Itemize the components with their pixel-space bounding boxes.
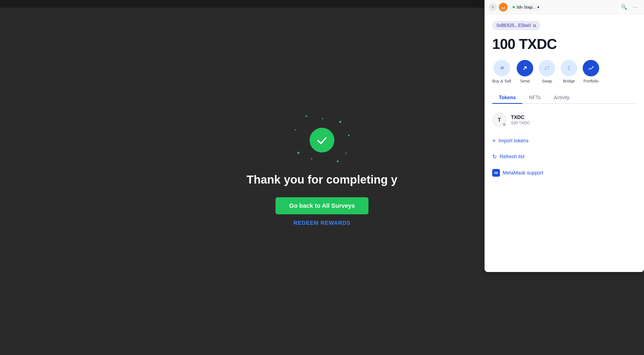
sparkle-9 [345,152,347,154]
popup-header-right: 🔍 ⋯ [620,3,640,12]
sparkle-container [289,113,355,168]
popup-header-left: × 3dv Stagi... ▾ [489,3,542,12]
sparkle-3 [339,121,341,123]
import-tokens-label: Import tokens [499,138,529,144]
thank-you-text: Thank you for completing y [247,173,397,186]
more-icon: ⋯ [633,4,638,10]
refresh-list-label: Refresh list [500,154,524,160]
sparkle-5 [348,135,349,136]
sparkle-7 [311,158,312,159]
metamask-support-link[interactable]: MetaMask support [492,164,636,181]
support-label: MetaMask support [503,170,543,176]
wallet-balance: 100 TXDC [492,36,636,52]
buy-sell-label: Buy & Sell [492,79,511,83]
tab-nfts[interactable]: NFTs [522,92,547,103]
swap-button[interactable]: Swap [539,60,555,83]
support-icon [492,169,500,177]
svg-point-5 [593,66,594,67]
portfolio-label: Portfolio [584,79,599,83]
popup-body: 0xBE625...E5be0 ⧉ 100 TXDC Buy & Sell [485,14,644,272]
refresh-icon: ↻ [492,153,497,160]
search-icon: 🔍 [621,4,627,10]
buy-sell-icon-circle [494,60,510,76]
token-name-txdc: TXDC [511,115,636,120]
metamask-popup: × 3dv Stagi... ▾ 🔍 ⋯ [485,0,644,272]
tab-tokens[interactable]: Tokens [492,92,522,103]
token-icon-txdc: T ✕ [492,113,507,127]
sparkle-4 [295,129,296,131]
copy-icon: ⧉ [533,23,536,28]
token-row-txdc[interactable]: T ✕ TXDC 100 TXDC [492,109,636,130]
network-name: 3dv Stagi... [516,5,536,9]
swap-label: Swap [542,79,552,83]
token-badge-x: ✕ [501,122,507,127]
redeem-rewards-link[interactable]: REDEEM REWARDS [293,220,350,226]
send-label: Send [520,79,530,83]
bridge-label: Bridge [563,79,575,83]
success-area: Thank you for completing y Go back to Al… [247,113,397,226]
portfolio-icon-circle [583,60,599,76]
close-button[interactable]: × [489,3,497,11]
sparkle-1 [306,115,307,117]
tab-activity[interactable]: Activity [547,92,576,103]
refresh-list-link[interactable]: ↻ Refresh list [492,149,636,164]
bridge-icon-circle [561,60,577,76]
token-info-txdc: TXDC 100 TXDC [511,115,636,125]
portfolio-button[interactable]: Portfolio [583,60,599,83]
wallet-address-badge[interactable]: 0xBE625...E5be0 ⧉ [492,21,540,30]
tabs-row: Tokens NFTs Activity [492,92,636,104]
success-checkmark [310,128,334,152]
send-button[interactable]: Send [517,60,533,83]
sparkle-8 [337,160,338,162]
go-back-button[interactable]: Go back to All Surveys [276,197,369,214]
metamask-fox-logo [499,3,508,12]
send-icon-circle [517,60,533,76]
network-status-dot [513,6,515,8]
sparkle-2 [322,118,323,119]
network-selector[interactable]: 3dv Stagi... ▾ [510,4,542,10]
token-badge-icon: ✕ [503,123,505,126]
bridge-button[interactable]: Bridge [561,60,577,83]
popup-header: × 3dv Stagi... ▾ 🔍 ⋯ [485,0,644,14]
swap-icon-circle [539,60,555,76]
wallet-address-text: 0xBE625...E5be0 [497,23,531,28]
token-amount-txdc: 100 TXDC [511,120,636,125]
search-button[interactable]: 🔍 [620,3,629,12]
action-buttons-row: Buy & Sell Send Swap [492,60,636,83]
more-options-button[interactable]: ⋯ [631,3,640,12]
plus-icon: + [492,137,496,144]
sparkle-6 [297,152,299,154]
buy-sell-button[interactable]: Buy & Sell [492,60,511,83]
chevron-down-icon: ▾ [537,5,539,9]
import-tokens-link[interactable]: + Import tokens [492,132,636,149]
